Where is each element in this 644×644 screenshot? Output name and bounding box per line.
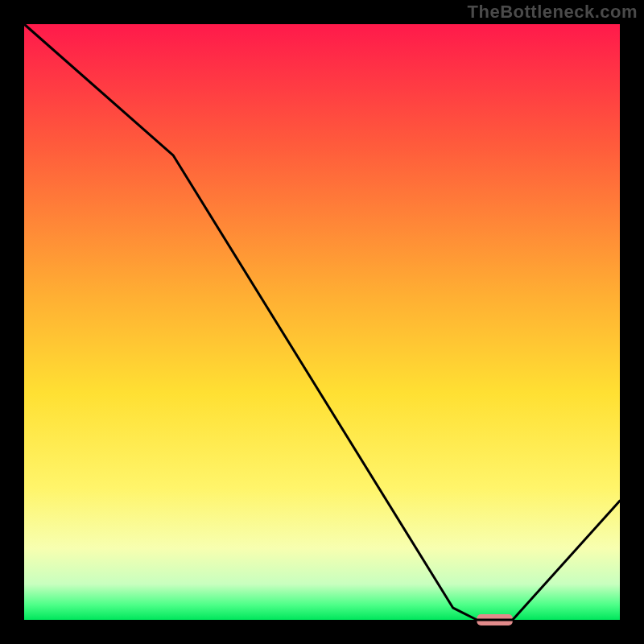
bottleneck-chart <box>0 0 644 644</box>
chart-frame: TheBottleneck.com <box>0 0 644 644</box>
plot-background <box>24 24 620 620</box>
